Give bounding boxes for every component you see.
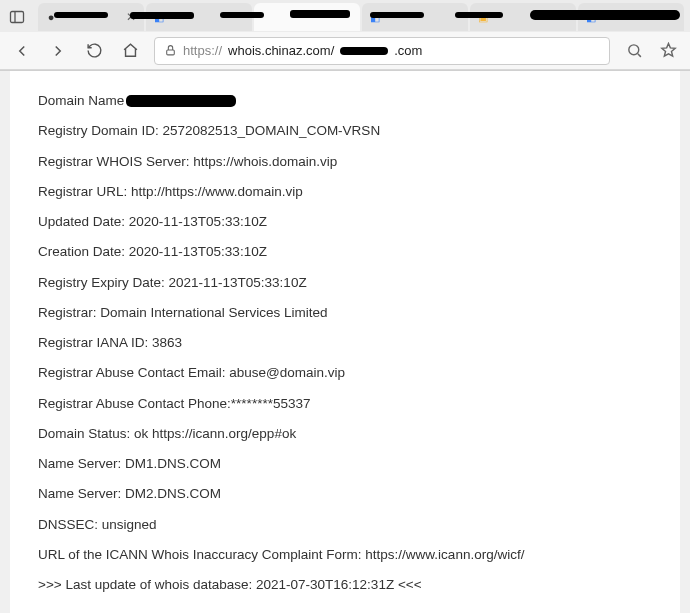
whois-line: Registrar URL: http://https://www.domain… bbox=[38, 182, 652, 202]
whois-line: Creation Date: 2020-11-13T05:33:10Z bbox=[38, 242, 652, 262]
redaction bbox=[340, 47, 388, 55]
whois-line: Registrar WHOIS Server: https://whois.do… bbox=[38, 152, 652, 172]
lock-icon bbox=[163, 44, 177, 58]
whois-line: Registry Expiry Date: 2021-11-13T05:33:1… bbox=[38, 273, 652, 293]
redaction bbox=[126, 95, 236, 107]
whois-line: Registrar IANA ID: 3863 bbox=[38, 333, 652, 353]
favorite-icon[interactable] bbox=[656, 39, 680, 63]
whois-line: Domain Name bbox=[38, 91, 652, 111]
redaction bbox=[370, 12, 424, 18]
whois-line: Name Server: DM2.DNS.COM bbox=[38, 484, 652, 504]
svg-rect-0 bbox=[11, 12, 24, 23]
whois-line: Name Server: DM1.DNS.COM bbox=[38, 454, 652, 474]
content-area: Domain Name Registry Domain ID: 25720825… bbox=[0, 71, 690, 613]
browser-toolbar: https://whois.chinaz.com/.com bbox=[0, 32, 690, 70]
whois-line: >>> Last update of whois database: 2021-… bbox=[38, 575, 652, 595]
redaction bbox=[455, 12, 503, 18]
url-scheme: https:// bbox=[183, 43, 222, 58]
svg-rect-2 bbox=[166, 50, 174, 55]
redaction bbox=[290, 10, 350, 18]
whois-line: Domain Status: ok https://icann.org/epp#… bbox=[38, 424, 652, 444]
forward-button[interactable] bbox=[46, 39, 70, 63]
page-content: Domain Name Registry Domain ID: 25720825… bbox=[10, 71, 680, 613]
url-suffix: .com bbox=[394, 43, 422, 58]
whois-line: Registrar Abuse Contact Phone:********55… bbox=[38, 394, 652, 414]
redaction bbox=[130, 12, 194, 19]
whois-line: Registrar Abuse Contact Email: abuse@dom… bbox=[38, 363, 652, 383]
url-host: whois.chinaz.com/ bbox=[228, 43, 334, 58]
redaction bbox=[530, 10, 680, 20]
tab-bar: ● ✕ ◧ ◧ ▣ ◧ bbox=[0, 0, 690, 32]
svg-point-3 bbox=[628, 45, 638, 55]
whois-line: DNSSEC: unsigned bbox=[38, 515, 652, 535]
reload-button[interactable] bbox=[82, 39, 106, 63]
redaction bbox=[54, 12, 108, 18]
whois-line: Registry Domain ID: 2572082513_DOMAIN_CO… bbox=[38, 121, 652, 141]
browser-chrome: ● ✕ ◧ ◧ ▣ ◧ bbox=[0, 0, 690, 71]
window-panel-icon[interactable] bbox=[6, 6, 28, 28]
home-button[interactable] bbox=[118, 39, 142, 63]
redaction bbox=[220, 12, 264, 18]
back-button[interactable] bbox=[10, 39, 34, 63]
address-bar[interactable]: https://whois.chinaz.com/.com bbox=[154, 37, 610, 65]
whois-field: Domain Name bbox=[38, 93, 124, 108]
whois-line: URL of the ICANN Whois Inaccuracy Compla… bbox=[38, 545, 652, 565]
whois-line: Registrar: Domain International Services… bbox=[38, 303, 652, 323]
zoom-icon[interactable] bbox=[622, 39, 646, 63]
whois-line: Updated Date: 2020-11-13T05:33:10Z bbox=[38, 212, 652, 232]
toolbar-right bbox=[622, 39, 680, 63]
